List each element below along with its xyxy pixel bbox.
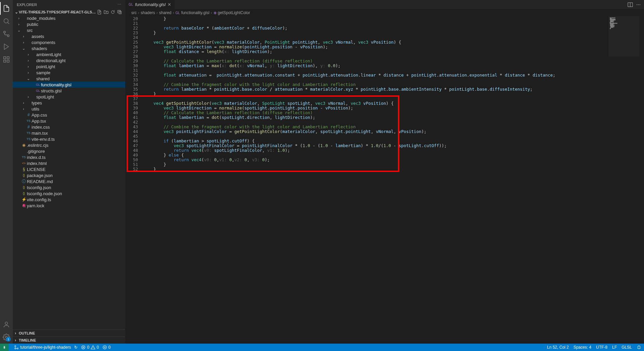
tree-item-shared[interactable]: ⌄shared bbox=[13, 76, 125, 82]
tree-item-sample[interactable]: ›sample bbox=[13, 70, 125, 76]
close-icon[interactable]: ✕ bbox=[168, 2, 171, 7]
tree-item--eslintrc-cjs[interactable]: ◉.eslintrc.cjs bbox=[13, 142, 125, 148]
outline-panel[interactable]: › OUTLINE bbox=[13, 330, 125, 337]
code-line[interactable]: return vec4(v0: 0,v1: 0,v2: 0, v3: 0); bbox=[143, 158, 644, 162]
tree-item-src[interactable]: ⌄src bbox=[13, 27, 125, 33]
tree-item-public[interactable]: ›public bbox=[13, 21, 125, 27]
breadcrumb-segment[interactable]: shared bbox=[159, 10, 172, 15]
code-line[interactable]: return vec4(v0: spotLightFinalColor, v1:… bbox=[143, 148, 644, 153]
tree-item-app-css[interactable]: #App.css bbox=[13, 112, 125, 118]
code-line[interactable]: vec4 getSpotLightColor(vec3 materialColo… bbox=[143, 101, 644, 106]
tree-item-license[interactable]: §LICENSE bbox=[13, 166, 125, 172]
explorer-activity-icon[interactable] bbox=[0, 2, 13, 15]
code-line[interactable]: vec3 lightDirection = normalize(pointLig… bbox=[143, 45, 644, 49]
code-line[interactable]: float lambertian = dot(spotLight.directi… bbox=[143, 115, 644, 120]
tree-item-tsconfig-json[interactable]: {}tsconfig.json bbox=[13, 184, 125, 190]
branch-status[interactable]: tutorial/three-js/light-shaders bbox=[14, 345, 71, 350]
code-line[interactable] bbox=[143, 68, 644, 73]
tree-item-spotlight[interactable]: ›spotLight bbox=[13, 94, 125, 100]
code-line[interactable] bbox=[143, 134, 644, 139]
tree-item-ambientlight[interactable]: ›ambientLight bbox=[13, 51, 125, 57]
code-line[interactable] bbox=[143, 96, 644, 101]
remote-indicator[interactable] bbox=[0, 344, 9, 351]
eol-status[interactable]: LF bbox=[612, 345, 617, 350]
tree-item-index-css[interactable]: #index.css bbox=[13, 124, 125, 130]
language-mode[interactable]: GLSL bbox=[622, 345, 632, 350]
extensions-activity-icon[interactable] bbox=[0, 53, 13, 66]
code-line[interactable] bbox=[143, 21, 644, 26]
code-line[interactable] bbox=[143, 54, 644, 59]
notifications-icon[interactable] bbox=[637, 345, 641, 350]
tree-item-package-json[interactable]: {}package.json bbox=[13, 172, 125, 178]
ports-status[interactable]: 0 bbox=[102, 345, 111, 350]
code-line[interactable]: // Calculate the Lambertian reflection (… bbox=[143, 111, 644, 115]
tree-item-tsconfig-node-json[interactable]: {}tsconfig.node.json bbox=[13, 190, 125, 196]
sidebar-more-icon[interactable]: ⋯ bbox=[118, 2, 121, 7]
code-line[interactable] bbox=[143, 120, 644, 125]
code-line[interactable]: } else { bbox=[143, 153, 644, 158]
indentation-status[interactable]: Spaces: 4 bbox=[573, 345, 591, 350]
collapse-all-icon[interactable] bbox=[117, 10, 122, 14]
code-line[interactable] bbox=[143, 78, 644, 82]
minimap[interactable]: ████ ████ ███ ███ ████████████ █████ ███… bbox=[608, 16, 639, 56]
account-activity-icon[interactable] bbox=[0, 318, 13, 331]
breadcrumb-file[interactable]: functionality.glsl bbox=[181, 10, 210, 15]
tree-item-readme-md[interactable]: ⓘREADME.md bbox=[13, 178, 125, 184]
tree-item-components[interactable]: ›components bbox=[13, 39, 125, 45]
search-activity-icon[interactable] bbox=[0, 15, 13, 28]
code-line[interactable]: float distance = length(x: lightDirectio… bbox=[143, 49, 644, 54]
code-line[interactable]: } bbox=[143, 162, 644, 167]
code-line[interactable]: if (lambertian > spotLight.cutOff) { bbox=[143, 139, 644, 143]
code-line[interactable] bbox=[143, 35, 644, 40]
more-actions-icon[interactable]: ⋯ bbox=[636, 2, 641, 7]
code-editor[interactable]: 2021222324252627282930313233343536373839… bbox=[125, 16, 644, 344]
source-control-activity-icon[interactable] bbox=[0, 28, 13, 40]
code-line[interactable]: return baseColor * (ambientColor + diffu… bbox=[143, 26, 644, 31]
tree-item-assets[interactable]: ›assets bbox=[13, 33, 125, 39]
tree-item-index-html[interactable]: <>index.html bbox=[13, 160, 125, 166]
code-line[interactable]: } bbox=[143, 92, 644, 96]
sync-status[interactable]: ↻ bbox=[74, 345, 78, 350]
split-editor-icon[interactable] bbox=[628, 2, 633, 7]
encoding-status[interactable]: UTF-8 bbox=[596, 345, 607, 350]
code-line[interactable]: // Combine the fragment color with the l… bbox=[143, 82, 644, 87]
breadcrumb-function[interactable]: getSpotLightColor bbox=[218, 10, 250, 15]
tree-item-pointlight[interactable]: ›pointLight bbox=[13, 63, 125, 70]
tree-item-shaders[interactable]: ⌄shaders bbox=[13, 45, 125, 51]
code-content[interactable]: } return baseColor * (ambientColor + dif… bbox=[143, 16, 644, 344]
settings-activity-icon[interactable]: 1 bbox=[0, 331, 13, 344]
breadcrumb-segment[interactable]: shaders bbox=[141, 10, 155, 15]
code-line[interactable]: // Calculate the Lambertian reflection (… bbox=[143, 59, 644, 63]
new-file-icon[interactable] bbox=[97, 10, 102, 14]
tree-item-directionallight[interactable]: ›directionalLight bbox=[13, 57, 125, 63]
run-debug-activity-icon[interactable] bbox=[0, 40, 13, 53]
code-line[interactable]: } bbox=[143, 167, 644, 172]
refresh-icon[interactable] bbox=[110, 10, 115, 14]
code-line[interactable]: // Combine the fragment color with the l… bbox=[143, 125, 644, 129]
tree-item-utils[interactable]: ›utils bbox=[13, 106, 125, 112]
tree-item-vite-env-d-ts[interactable]: TSvite-env.d.ts bbox=[13, 136, 125, 142]
code-line[interactable]: return lambertian * pointLight.base.colo… bbox=[143, 87, 644, 92]
code-line[interactable]: float lambertian = max(x: dot(x: vNormal… bbox=[143, 63, 644, 68]
code-line[interactable]: } bbox=[143, 16, 644, 21]
timeline-panel[interactable]: › TIMELINE bbox=[13, 337, 125, 344]
code-line[interactable]: float attenuation = pointLight.attenuati… bbox=[143, 73, 644, 78]
tree-item-main-tsx[interactable]: TSmain.tsx bbox=[13, 130, 125, 136]
code-line[interactable]: } bbox=[143, 31, 644, 35]
tree-item-index-d-ts[interactable]: TSindex.d.ts bbox=[13, 154, 125, 160]
tree-item-app-tsx[interactable]: TSApp.tsx bbox=[13, 118, 125, 124]
tree-item--gitignore[interactable]: .gitignore bbox=[13, 148, 125, 154]
breadcrumb-segment[interactable]: src bbox=[131, 10, 137, 15]
tree-item-node-modules[interactable]: ›node_modules bbox=[13, 15, 125, 21]
breadcrumb[interactable]: src›shaders›shared›GL functionality.glsl… bbox=[125, 9, 644, 16]
tree-item-structs-glsl[interactable]: GLstructs.glsl bbox=[13, 88, 125, 94]
cursor-position[interactable]: Ln 52, Col 2 bbox=[547, 345, 569, 350]
code-line[interactable]: vec3 getPointLightColor(vec3 materialCol… bbox=[143, 40, 644, 45]
tree-item-functionality-glsl[interactable]: GLfunctionality.glsl bbox=[13, 82, 125, 88]
code-line[interactable]: vec3 spotLightFinalColor = pointLightFin… bbox=[143, 143, 644, 148]
tree-item-yarn-lock[interactable]: 🧶yarn.lock bbox=[13, 203, 125, 209]
errors-status[interactable]: 0 0 bbox=[81, 345, 99, 350]
new-folder-icon[interactable] bbox=[104, 10, 108, 14]
tree-item-types[interactable]: ›types bbox=[13, 100, 125, 106]
tree-item-vite-config-ts[interactable]: ⚡vite.config.ts bbox=[13, 196, 125, 203]
